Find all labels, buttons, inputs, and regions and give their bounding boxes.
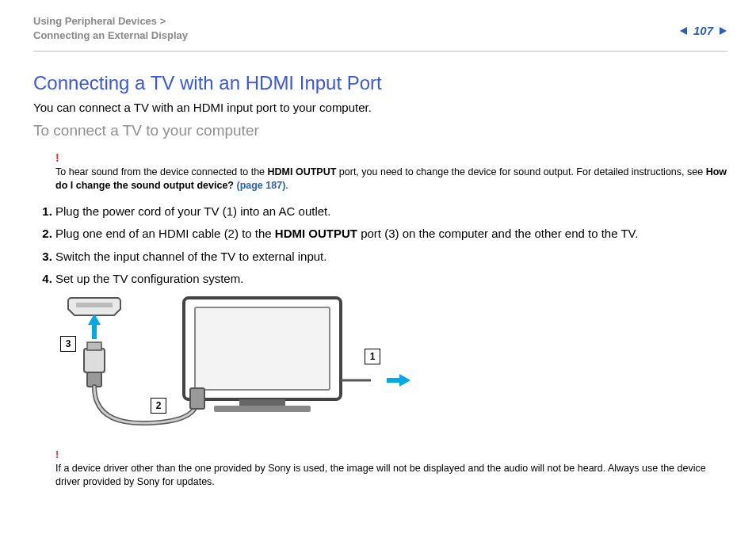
svg-marker-15 bbox=[399, 374, 410, 387]
step-2-text-b: port (3) on the computer and the other e… bbox=[357, 227, 638, 240]
step-4: Set up the TV configuration system. bbox=[55, 271, 727, 287]
svg-rect-6 bbox=[76, 303, 113, 307]
svg-rect-3 bbox=[195, 307, 330, 390]
note-text-b: port, you need to change the device for … bbox=[336, 166, 705, 177]
breadcrumb-line-2: Connecting an External Display bbox=[33, 29, 188, 43]
step-3: Switch the input channel of the TV to ex… bbox=[55, 249, 727, 265]
note-bold-a: HDMI OUTPUT bbox=[268, 166, 337, 177]
breadcrumb-line-1: Using Peripheral Devices > bbox=[33, 14, 188, 29]
callout-1: 1 bbox=[365, 349, 380, 364]
page-title: Connecting a TV with an HDMI Input Port bbox=[33, 72, 727, 94]
page-root: Using Peripheral Devices > Connecting an… bbox=[0, 0, 756, 534]
hdmi-port-icon bbox=[68, 298, 120, 315]
step-1: Plug the power cord of your TV (1) into … bbox=[55, 204, 727, 219]
svg-marker-1 bbox=[720, 27, 727, 35]
tv-icon bbox=[184, 298, 341, 412]
callout-3: 3 bbox=[60, 336, 76, 352]
svg-rect-7 bbox=[84, 349, 105, 372]
warning-icon: ! bbox=[55, 151, 727, 166]
steps-list: Plug the power cord of your TV (1) into … bbox=[33, 204, 727, 287]
svg-rect-8 bbox=[87, 342, 101, 350]
pager-prev-icon[interactable] bbox=[679, 26, 689, 36]
arrow-right-icon bbox=[387, 374, 410, 387]
page-header: Using Peripheral Devices > Connecting an… bbox=[0, 0, 756, 49]
diagram-svg bbox=[55, 293, 420, 441]
connection-diagram: 1 2 3 bbox=[55, 293, 420, 441]
intro-text: You can connect a TV with an HDMI input … bbox=[33, 101, 727, 114]
step-2-bold: HDMI OUTPUT bbox=[275, 227, 357, 240]
step-2-text-a: Plug one end of an HDMI cable (2) to the bbox=[55, 227, 275, 240]
svg-rect-10 bbox=[190, 388, 204, 409]
arrow-up-icon bbox=[88, 314, 101, 339]
note-sound-output: ! To hear sound from the device connecte… bbox=[33, 151, 727, 193]
page-number: 107 bbox=[693, 24, 713, 37]
note-driver-warning: ! If a device driver other than the one … bbox=[33, 448, 727, 489]
note-link-page-187[interactable]: (page 187) bbox=[236, 180, 285, 191]
note-text-c: . bbox=[285, 180, 288, 191]
svg-marker-0 bbox=[680, 27, 687, 35]
svg-rect-4 bbox=[239, 399, 285, 406]
content: Connecting a TV with an HDMI Input Port … bbox=[0, 51, 756, 488]
pager: 107 bbox=[679, 24, 727, 37]
callout-2: 2 bbox=[151, 398, 166, 414]
step-2: Plug one end of an HDMI cable (2) to the… bbox=[55, 226, 727, 242]
warning-icon: ! bbox=[55, 448, 727, 462]
svg-rect-5 bbox=[214, 406, 311, 412]
pager-next-icon[interactable] bbox=[718, 26, 727, 36]
section-subhead: To connect a TV to your computer bbox=[33, 122, 727, 139]
breadcrumb: Using Peripheral Devices > Connecting an… bbox=[33, 14, 188, 43]
note-text-a: To hear sound from the device connected … bbox=[55, 166, 268, 177]
note2-text: If a device driver other than the one pr… bbox=[55, 463, 706, 487]
